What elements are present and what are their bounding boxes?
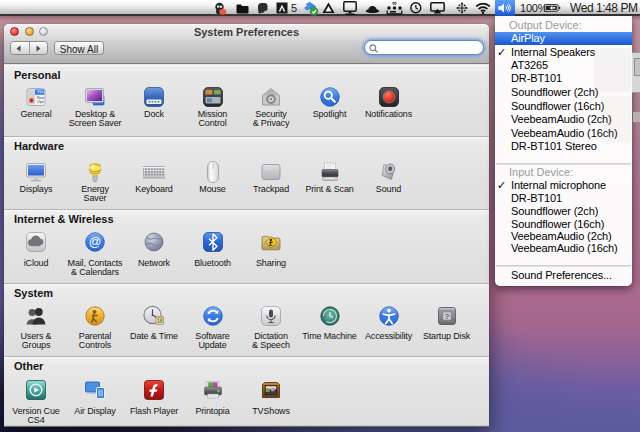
svg-text:File: File [38, 90, 44, 94]
svg-text:?: ? [444, 312, 449, 321]
svg-text:18: 18 [157, 318, 163, 324]
svg-text:@: @ [89, 235, 102, 249]
svg-text:Ope: Ope [37, 100, 44, 104]
